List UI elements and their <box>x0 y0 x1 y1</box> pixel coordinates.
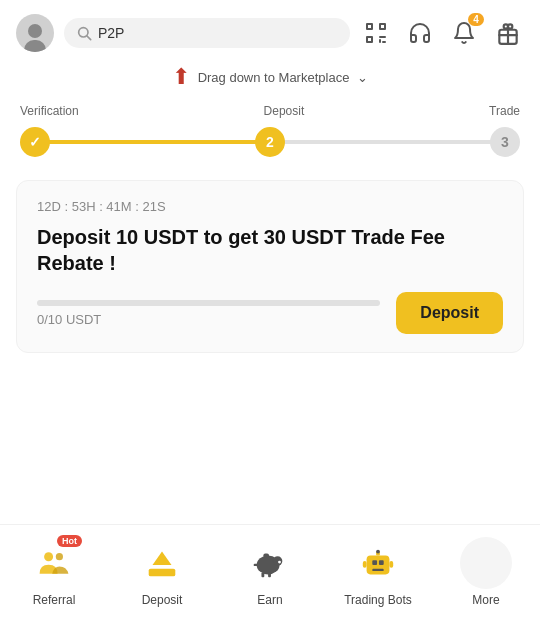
drag-arrow-icon: ⬆ <box>172 66 190 88</box>
step-node-deposit[interactable]: 2 <box>255 127 285 157</box>
svg-rect-19 <box>263 554 269 558</box>
svg-rect-27 <box>372 569 383 571</box>
gift-button[interactable] <box>492 17 524 49</box>
hot-badge: Hot <box>57 535 82 547</box>
header-icons: 4 <box>360 17 524 49</box>
search-icon <box>76 25 92 41</box>
step-label-deposit: Deposit <box>264 104 305 118</box>
nav-label-referral: Referral <box>33 593 76 609</box>
nav-item-earn[interactable]: Earn <box>230 537 310 609</box>
nav-label-more: More <box>472 593 499 609</box>
step-node-trade[interactable]: 3 <box>490 127 520 157</box>
trading-bots-icon <box>359 544 397 582</box>
drag-bar[interactable]: ⬆ Drag down to Marketplace ⌄ <box>0 62 540 98</box>
svg-point-13 <box>44 553 53 562</box>
scan-button[interactable] <box>360 17 392 49</box>
nav-item-trading-bots[interactable]: Trading Bots <box>338 537 418 609</box>
svg-rect-24 <box>367 556 390 575</box>
support-button[interactable] <box>404 17 436 49</box>
nav-item-referral[interactable]: Hot Referral <box>14 537 94 609</box>
support-icon <box>408 21 432 45</box>
search-text: P2P <box>98 25 124 41</box>
svg-rect-4 <box>367 37 372 42</box>
promo-bottom: 0/10 USDT Deposit <box>37 292 503 334</box>
steps-track: ✓ 2 3 <box>20 124 520 160</box>
svg-rect-3 <box>380 24 385 29</box>
nav-item-deposit[interactable]: Deposit <box>122 537 202 609</box>
deposit-icon <box>143 544 181 582</box>
svg-rect-15 <box>149 569 176 577</box>
bottom-nav: Hot Referral Deposit <box>0 524 540 629</box>
drag-chevron-icon: ⌄ <box>357 70 368 85</box>
promo-progress-area: 0/10 USDT <box>37 300 380 327</box>
svg-point-9 <box>504 24 508 28</box>
scan-icon <box>364 21 388 45</box>
svg-point-18 <box>273 557 283 567</box>
svg-line-1 <box>87 36 91 40</box>
svg-point-14 <box>56 554 63 561</box>
drag-down-text: Drag down to Marketplace <box>198 70 350 85</box>
svg-rect-2 <box>367 24 372 29</box>
step-node-verification[interactable]: ✓ <box>20 127 50 157</box>
referral-icon <box>36 545 72 581</box>
nav-label-earn: Earn <box>257 593 282 609</box>
svg-point-29 <box>376 550 380 554</box>
more-icon-wrap: ↗ <box>460 537 512 589</box>
step-label-trade: Trade <box>489 104 520 118</box>
deposit-button[interactable]: Deposit <box>396 292 503 334</box>
promo-timer: 12D : 53H : 41M : 21S <box>37 199 503 214</box>
svg-rect-26 <box>379 561 384 566</box>
gift-icon <box>495 20 521 46</box>
promo-title: Deposit 10 USDT to get 30 USDT Trade Fee… <box>37 224 503 276</box>
steps-container: Verification Deposit Trade ✓ 2 3 <box>0 98 540 172</box>
svg-rect-21 <box>268 573 271 578</box>
more-icon-background <box>460 537 512 589</box>
notification-button[interactable]: 4 <box>448 17 480 49</box>
svg-rect-22 <box>261 573 264 578</box>
svg-rect-30 <box>363 562 367 569</box>
svg-rect-31 <box>389 562 393 569</box>
nav-item-more[interactable]: ↗ More <box>446 537 526 609</box>
referral-icon-wrap: Hot <box>28 537 80 589</box>
svg-marker-16 <box>153 552 172 565</box>
avatar[interactable] <box>16 14 54 52</box>
deposit-icon-wrap <box>136 537 188 589</box>
step-label-verification: Verification <box>20 104 79 118</box>
promo-progress-text: 0/10 USDT <box>37 312 380 327</box>
steps-labels: Verification Deposit Trade <box>20 104 520 118</box>
nav-label-trading-bots: Trading Bots <box>344 593 412 609</box>
svg-rect-25 <box>372 561 377 566</box>
search-bar[interactable]: P2P <box>64 18 350 48</box>
nav-label-deposit: Deposit <box>142 593 183 609</box>
promo-progress-bar <box>37 300 380 306</box>
promo-card: 12D : 53H : 41M : 21S Deposit 10 USDT to… <box>16 180 524 353</box>
trading-bots-icon-wrap <box>352 537 404 589</box>
earn-icon-wrap <box>244 537 296 589</box>
header: P2P 4 <box>0 0 540 62</box>
earn-icon <box>251 544 289 582</box>
notification-badge: 4 <box>468 13 484 26</box>
svg-point-20 <box>278 561 281 564</box>
step-nodes: ✓ 2 3 <box>20 127 520 157</box>
